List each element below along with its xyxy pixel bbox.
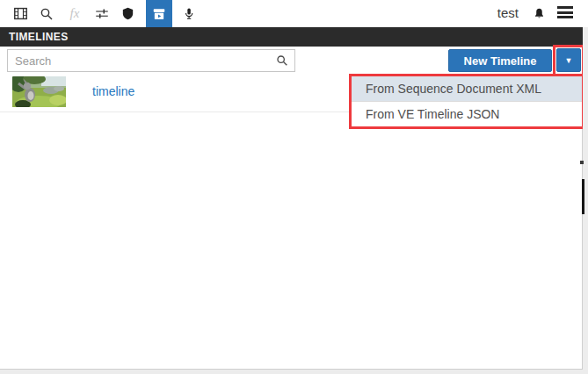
tab-timelines-active[interactable] xyxy=(146,0,172,27)
section-header: TIMELINES xyxy=(0,27,583,47)
top-navbar: fx xyxy=(0,0,588,27)
scrollbar-dot xyxy=(580,161,584,164)
search-icon[interactable] xyxy=(37,0,56,27)
page-title: TIMELINES xyxy=(0,31,69,43)
fx-icon[interactable]: fx xyxy=(64,0,85,27)
notifications-bell-icon[interactable] xyxy=(529,0,548,27)
search-box xyxy=(7,49,295,72)
timeline-thumbnail[interactable] xyxy=(12,76,66,107)
search-input[interactable] xyxy=(7,49,295,72)
dropdown-annotation-box: From Sequence Document XML From VE Timel… xyxy=(349,74,584,129)
menu-icon[interactable] xyxy=(557,6,573,21)
bottom-edge xyxy=(0,370,588,374)
new-timeline-caret-button[interactable]: ▼ xyxy=(556,48,581,72)
menu-item-from-sequence-document-xml[interactable]: From Sequence Document XML xyxy=(352,76,582,101)
app-window: fx xyxy=(0,0,588,374)
timeline-item-link[interactable]: timeline xyxy=(92,84,134,98)
archive-play-icon xyxy=(150,5,168,23)
menu-item-from-ve-timeline-json[interactable]: From VE Timeline JSON xyxy=(352,102,582,126)
microphone-icon[interactable] xyxy=(180,0,198,27)
scrollbar-thumb[interactable] xyxy=(582,179,584,214)
new-timeline-button[interactable]: New Timeline xyxy=(448,49,552,72)
user-menu[interactable]: test xyxy=(497,5,519,20)
shield-icon[interactable] xyxy=(119,0,136,27)
fx-glyph: fx xyxy=(70,6,80,21)
sliders-icon[interactable] xyxy=(92,0,112,27)
search-submit-icon[interactable] xyxy=(275,54,289,71)
filmstrip-icon[interactable] xyxy=(11,0,30,27)
